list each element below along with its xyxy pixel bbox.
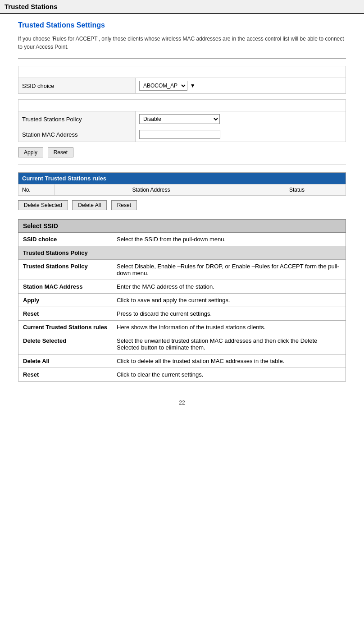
ref-row-2-desc: Click to save and apply the current sett…: [112, 294, 346, 307]
current-rules-table: Current Trusted Stations rules No. Stati…: [18, 172, 346, 196]
select-ssid-header: Select SSID: [18, 66, 346, 78]
policy-header: Trusted Stations Policy -- "ABOCOM_AP": [18, 100, 346, 111]
ref-row-4-desc: Here shows the information of the truste…: [112, 321, 346, 334]
policy-label: Trusted Stations Policy: [18, 111, 136, 127]
info-text: If you choose 'Rules for ACCEPT', only t…: [18, 35, 346, 51]
ref-row-3-label: Reset: [18, 307, 112, 321]
col-station: Station Address: [55, 184, 248, 196]
page-title: Trusted Stations: [0, 0, 364, 14]
ref-row-7-label: Reset: [18, 368, 112, 382]
divider-top: [18, 58, 346, 59]
reset-button[interactable]: Reset: [48, 147, 73, 157]
current-rules-buttons: Delete Selected Delete All Reset: [18, 200, 346, 210]
section-title: Trusted Stations Settings: [18, 21, 346, 29]
ssid-choice-select[interactable]: ABOCOM_AP: [139, 81, 187, 91]
ssid-choice-label: SSID choice: [18, 78, 136, 94]
ref-row-6-label: Delete All: [18, 354, 112, 368]
ref-select-ssid-header: Select SSID: [18, 220, 346, 233]
delete-selected-button[interactable]: Delete Selected: [18, 200, 68, 210]
select-ssid-table: Select SSID SSID choice ABOCOM_AP ▼: [18, 66, 346, 94]
mac-address-input[interactable]: [139, 130, 220, 139]
ref-row-4-label: Current Trusted Stations rules: [18, 321, 112, 334]
ref-ssid-choice-label: SSID choice: [18, 233, 112, 246]
ref-row-5-label: Delete Selected: [18, 334, 112, 354]
policy-table: Trusted Stations Policy -- "ABOCOM_AP" T…: [18, 99, 346, 142]
ref-row-7-desc: Click to clear the current settings.: [112, 368, 346, 382]
divider-middle: [18, 165, 346, 165]
page-number: 22: [18, 400, 346, 415]
current-rules-header: Current Trusted Stations rules: [18, 173, 346, 184]
policy-buttons: Apply Reset: [18, 147, 346, 157]
reference-table: Select SSID SSID choice Select the SSID …: [18, 219, 346, 382]
ref-row-0-label: Trusted Stations Policy: [18, 260, 112, 280]
ref-row-1-desc: Enter the MAC address of the station.: [112, 280, 346, 294]
apply-button[interactable]: Apply: [18, 147, 43, 157]
ref-row-1-label: Station MAC Address: [18, 280, 112, 294]
rules-reset-button[interactable]: Reset: [111, 200, 137, 210]
ref-row-0-desc: Select Disable, Enable –Rules for DROP, …: [112, 260, 346, 280]
mac-address-label: Station MAC Address: [18, 127, 136, 142]
ref-trusted-policy-header: Trusted Stations Policy: [18, 246, 346, 260]
ref-ssid-choice-desc: Select the SSID from the pull-down menu.: [112, 233, 346, 246]
ref-row-5-desc: Select the unwanted trusted station MAC …: [112, 334, 346, 354]
col-no: No.: [18, 184, 55, 196]
ref-row-6-desc: Click to delete all the trusted station …: [112, 354, 346, 368]
ref-row-2-label: Apply: [18, 294, 112, 307]
col-status: Status: [248, 184, 346, 196]
delete-all-button[interactable]: Delete All: [72, 200, 107, 210]
policy-select[interactable]: Disable Enable --Rules for DROP Enable -…: [139, 114, 220, 124]
ref-row-3-desc: Press to discard the current settings.: [112, 307, 346, 321]
